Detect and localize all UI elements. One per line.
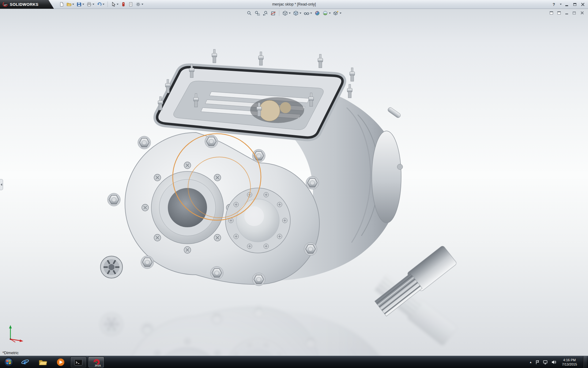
dropdown-arrow-icon — [92, 4, 94, 5]
previous-view-icon — [262, 10, 268, 16]
display-style-cube-icon — [293, 10, 299, 16]
brand-text: SOLIDWORKS — [10, 2, 39, 7]
dropdown-arrow-icon — [560, 4, 562, 5]
close-icon — [581, 3, 584, 6]
internet-explorer-icon: e — [21, 358, 30, 367]
clock-time: 4:16 PM — [563, 358, 576, 362]
select-cursor-icon — [111, 2, 116, 7]
triad-axes-icon — [6, 321, 28, 343]
file-properties-button[interactable] — [127, 1, 134, 8]
addin-red-icon — [121, 2, 126, 7]
view-orientation-label: *Dimetric — [2, 351, 19, 355]
undo-arrow-icon — [97, 2, 102, 7]
document-restore-button[interactable] — [572, 11, 577, 15]
view-settings-button[interactable] — [332, 10, 342, 17]
options-gear-icon — [136, 2, 141, 7]
dropdown-arrow-icon — [289, 13, 291, 14]
file-properties-icon — [128, 2, 133, 7]
tile-windows-button[interactable] — [556, 11, 561, 15]
zoom-to-area-button[interactable] — [254, 10, 261, 17]
dropdown-arrow-icon — [310, 13, 312, 14]
maximize-icon — [573, 3, 576, 6]
view-orientation-button[interactable] — [281, 10, 292, 17]
dassault-3ds-logo-icon — [2, 2, 8, 7]
print-button[interactable] — [86, 1, 95, 8]
internet-explorer-button[interactable]: e — [17, 357, 33, 368]
close-button[interactable] — [580, 2, 586, 7]
heads-up-toolbar — [246, 10, 342, 17]
minimize-icon — [565, 13, 568, 14]
document-minimize-button[interactable] — [564, 11, 569, 15]
open-button[interactable] — [66, 1, 75, 8]
open-folder-icon — [66, 2, 71, 7]
maximize-button[interactable] — [572, 2, 578, 7]
save-button[interactable] — [76, 1, 85, 8]
reference-triad — [6, 321, 28, 343]
edit-appearance-sphere-icon — [315, 10, 320, 16]
addins-button[interactable] — [120, 1, 127, 8]
media-player-button[interactable] — [53, 357, 69, 368]
featuremanager-collapsed-tab[interactable] — [0, 179, 3, 190]
undo-button[interactable] — [96, 1, 105, 8]
save-floppy-icon — [77, 2, 81, 7]
system-clock[interactable]: 4:16 PM 7/13/2015 — [560, 358, 579, 366]
dropdown-arrow-icon — [82, 4, 84, 5]
options-button[interactable] — [135, 1, 144, 8]
dropdown-arrow-icon — [329, 13, 331, 14]
apply-scene-icon — [322, 10, 328, 16]
hide-show-items-button[interactable] — [303, 10, 313, 17]
solidworks-taskbar-button[interactable]: 2015 — [88, 357, 104, 368]
windows-start-orb-icon — [4, 357, 13, 367]
system-tray: ▲ 4:16 PM 7/13/2015 — [529, 356, 588, 368]
apply-scene-button[interactable] — [322, 10, 332, 17]
gearbox-3d-model[interactable] — [0, 9, 588, 356]
minimize-icon — [565, 5, 568, 6]
restore-icon — [573, 12, 576, 14]
minimize-button[interactable] — [564, 2, 570, 7]
dropdown-arrow-icon — [300, 13, 301, 14]
display-style-button[interactable] — [292, 10, 302, 17]
media-player-icon — [56, 358, 65, 367]
dropdown-arrow-icon — [117, 4, 119, 5]
previous-view-button[interactable] — [262, 10, 269, 17]
edit-appearance-button[interactable] — [314, 10, 321, 17]
new-document-button[interactable] — [58, 1, 65, 8]
select-button[interactable] — [110, 1, 119, 8]
window-tile-icon — [557, 11, 561, 14]
gearbox-assembly[interactable] — [100, 9, 457, 318]
solidworks-window: SOLIDWORKS — [0, 0, 588, 368]
file-explorer-button[interactable] — [35, 357, 51, 368]
new-window-button[interactable] — [549, 11, 554, 15]
zoom-to-fit-button[interactable] — [246, 10, 253, 17]
taskbar-apps: e — [17, 357, 104, 368]
start-button[interactable] — [0, 356, 17, 368]
document-close-button[interactable] — [579, 11, 584, 15]
section-view-icon — [270, 10, 276, 16]
action-center-flag-icon[interactable] — [535, 360, 540, 365]
dropdown-arrow-icon — [103, 4, 104, 5]
help-button[interactable]: ? — [551, 2, 557, 7]
document-window-controls — [549, 11, 584, 15]
network-icon[interactable] — [543, 360, 548, 365]
window-icon — [550, 11, 553, 14]
toolbar-separator — [107, 2, 108, 7]
print-icon — [87, 2, 92, 7]
view-settings-icon — [333, 10, 339, 16]
volume-icon[interactable] — [551, 360, 556, 365]
hide-show-glasses-icon — [304, 10, 309, 16]
dropdown-arrow-icon — [141, 4, 143, 5]
toolbar-separator — [279, 10, 279, 16]
svg-text:2015: 2015 — [95, 364, 101, 367]
titlebar: SOLIDWORKS — [0, 0, 588, 9]
close-icon — [580, 11, 583, 14]
dropdown-arrow-icon — [340, 13, 341, 14]
show-hidden-icons-button[interactable]: ▲ — [529, 361, 532, 364]
command-prompt-button[interactable] — [70, 357, 86, 368]
window-controls: ? — [551, 2, 588, 7]
command-prompt-icon — [74, 358, 83, 367]
graphics-viewport[interactable]: *Dimetric — [0, 9, 588, 356]
zoom-to-fit-icon — [247, 10, 252, 16]
svg-text:e: e — [24, 358, 27, 366]
section-view-button[interactable] — [270, 10, 277, 17]
show-desktop-button[interactable] — [583, 356, 587, 368]
